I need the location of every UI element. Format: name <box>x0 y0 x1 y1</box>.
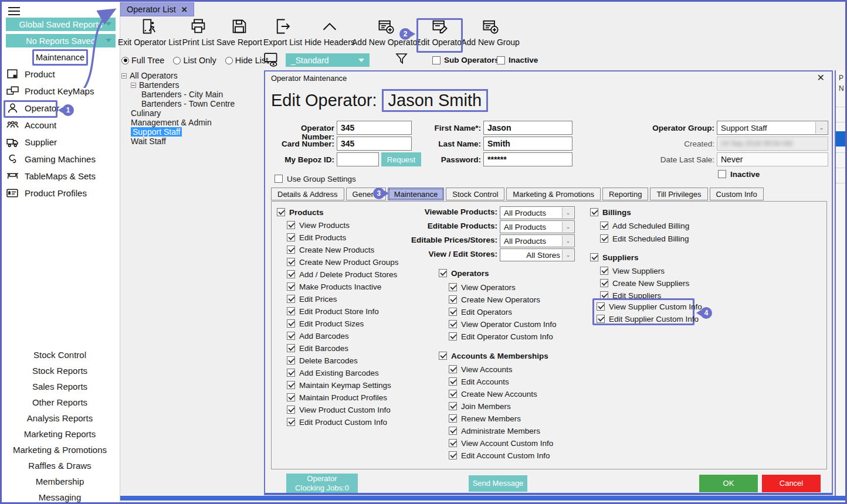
permission-checkbox[interactable]: Edit Prices <box>287 295 399 304</box>
sidebar-bottom-item[interactable]: Stock Control <box>0 347 120 363</box>
operator-clocking-jobs-button[interactable]: Operator Clocking Jobs:0 <box>286 474 358 493</box>
sidebar-item-maintenance[interactable]: Maintenance <box>32 49 88 66</box>
tree-row[interactable]: Bartenders - City Main <box>121 90 262 99</box>
permission-checkbox[interactable]: Edit Barcodes <box>287 344 399 353</box>
suppliers-section-checkbox[interactable]: Suppliers <box>590 253 639 262</box>
permission-checkbox[interactable]: Create New Product Groups <box>287 258 399 267</box>
save-report-button[interactable]: Save Report <box>217 18 262 47</box>
inactive-filter-checkbox[interactable]: Inactive <box>497 56 538 64</box>
password-field[interactable]: ****** <box>483 152 572 166</box>
sidebar-item-account[interactable]: Account <box>6 118 56 132</box>
permission-checkbox[interactable]: Edit Operators <box>449 308 557 316</box>
permission-checkbox[interactable]: Edit Supplier Custom Info <box>597 315 693 323</box>
sidebar-item-product-keymaps[interactable]: Product KeyMaps <box>6 84 94 98</box>
sidebar-bottom-item[interactable]: Raffles & Draws <box>0 458 120 474</box>
permission-checkbox[interactable]: Edit Scheduled Billing <box>600 234 689 243</box>
operators-section-checkbox[interactable]: Operators <box>439 269 489 278</box>
use-group-settings-checkbox[interactable]: Use Group Settings <box>275 175 356 183</box>
sidebar-bottom-item[interactable]: Membership <box>0 474 120 489</box>
sidebar-item-product-profiles[interactable]: Product Profiles <box>6 186 87 200</box>
send-message-button[interactable]: Send Message <box>469 475 527 492</box>
global-saved-reports-dropdown[interactable]: Global Saved Reports <box>6 18 116 31</box>
hide-headers-button[interactable]: Hide Headers <box>306 18 353 47</box>
tree-row-selected[interactable]: Support Staff <box>121 127 262 137</box>
permission-checkbox[interactable]: Join Members <box>449 402 553 411</box>
permission-checkbox[interactable]: Edit Product Custom Info <box>287 418 399 427</box>
radio-hide-list[interactable]: Hide List <box>225 56 268 65</box>
sidebar-item-product[interactable]: Product <box>6 67 55 81</box>
collapse-icon[interactable] <box>121 73 127 79</box>
accounts-section-checkbox[interactable]: Accounts & Memberships <box>439 352 548 360</box>
tab-operator-list[interactable]: Operator List ✕ <box>120 2 194 16</box>
permission-checkbox[interactable]: View Product Custom Info <box>287 406 399 414</box>
exit-operator-list-button[interactable]: Exit Operator List <box>121 18 178 47</box>
tree-row[interactable]: Wait Staff <box>121 137 262 146</box>
close-tab-icon[interactable]: ✕ <box>181 5 188 14</box>
view-edit-stores-dropdown[interactable]: All Stores⌄ <box>500 248 575 261</box>
sidebar-item-gaming-machines[interactable]: Gaming Machines <box>6 152 96 166</box>
editable-prices-stores-dropdown[interactable]: All Products⌄ <box>500 234 575 247</box>
permission-checkbox[interactable]: Create New Suppliers <box>600 279 689 288</box>
tree-row[interactable]: Culinary <box>121 108 262 118</box>
permission-checkbox[interactable]: Administrate Members <box>449 427 553 435</box>
sidebar-bottom-item[interactable]: Messaging <box>0 489 120 504</box>
tab-reporting[interactable]: Reporting <box>602 188 648 200</box>
permission-checkbox[interactable]: Create New Accounts <box>449 390 553 399</box>
first-name-field[interactable]: Jason <box>483 121 572 135</box>
permission-checkbox[interactable]: Edit Product Sizes <box>287 319 399 328</box>
inactive-checkbox[interactable]: Inactive <box>718 170 760 179</box>
permission-checkbox[interactable]: Edit Account Custom Info <box>449 451 553 460</box>
permission-checkbox[interactable]: Add / Delete Product Stores <box>287 270 399 279</box>
export-list-button[interactable]: Export List <box>263 18 303 47</box>
ok-button[interactable]: OK <box>699 475 758 492</box>
billings-section-checkbox[interactable]: Billings <box>590 208 631 217</box>
permission-checkbox[interactable]: View Suppliers <box>600 267 689 275</box>
sidebar-bottom-item[interactable]: Marketing Reports <box>0 426 120 442</box>
radio-full-tree[interactable]: Full Tree <box>121 56 164 65</box>
permission-checkbox[interactable]: Edit Product Store Info <box>287 307 399 316</box>
sub-operators-checkbox[interactable]: Sub Operators <box>432 56 499 64</box>
tab-maintenance[interactable]: Maintenance 3 <box>388 188 444 200</box>
permission-checkbox[interactable]: Edit Operator Custom Info <box>449 332 557 341</box>
sidebar-bottom-item[interactable]: Sales Reports <box>0 379 120 394</box>
permission-checkbox[interactable]: Renew Members <box>449 414 553 423</box>
tree-row[interactable]: Bartenders <box>121 80 262 90</box>
hamburger-menu-icon[interactable] <box>8 7 20 15</box>
permission-checkbox[interactable]: Maintain Product Profiles <box>287 393 399 402</box>
tab-marketing-promotions[interactable]: Marketing & Promotions <box>506 188 601 200</box>
permission-checkbox[interactable]: Delete Barcodes <box>287 356 399 365</box>
sidebar-bottom-item[interactable]: Marketing & Promotions <box>0 442 120 458</box>
permission-checkbox[interactable]: Add Barcodes <box>287 332 399 340</box>
sidebar-item-supplier[interactable]: Supplier <box>6 135 57 149</box>
add-new-group-button[interactable]: Add New Group <box>463 18 517 47</box>
tree-row[interactable]: Management & Admin <box>121 118 262 127</box>
collapse-icon[interactable] <box>131 83 136 88</box>
tab-custom-info[interactable]: Custom Info <box>710 188 764 200</box>
sidebar-bottom-item[interactable]: Stock Reports <box>0 363 120 379</box>
viewable-products-dropdown[interactable]: All Products⌄ <box>500 206 575 219</box>
editable-products-dropdown[interactable]: All Products⌄ <box>500 220 575 233</box>
radio-list-only[interactable]: List Only <box>173 56 216 65</box>
permission-checkbox[interactable]: View Operator Custom Info <box>449 320 557 329</box>
permission-checkbox[interactable]: Add Existing Barcodes <box>287 369 399 377</box>
tree-row[interactable]: Bartenders - Town Centre <box>121 99 262 108</box>
tab-till-privileges[interactable]: Till Privileges <box>650 188 707 200</box>
funnel-icon[interactable] <box>394 52 409 67</box>
monitor-eye-icon[interactable] <box>263 52 280 68</box>
cancel-button[interactable]: Cancel <box>762 475 821 492</box>
last-name-field[interactable]: Smith <box>483 137 572 151</box>
dialog-titlebar[interactable]: Operator Maintenance <box>265 71 832 84</box>
products-section-checkbox[interactable]: Products <box>277 208 324 217</box>
dialog-close-icon[interactable]: ✕ <box>817 73 825 83</box>
permission-checkbox[interactable]: View Accounts <box>449 365 553 374</box>
permission-checkbox[interactable]: Maintain Keymap Settings <box>287 381 399 390</box>
saved-reports-dropdown[interactable]: No Reports Saved <box>6 34 116 47</box>
permission-checkbox[interactable]: Add Scheduled Billing <box>600 222 689 230</box>
permission-checkbox[interactable]: View Supplier Custom Info <box>597 302 693 311</box>
tab-stock-control[interactable]: Stock Control <box>446 188 504 200</box>
view-style-dropdown[interactable]: _Standard <box>286 53 370 67</box>
permission-checkbox[interactable]: Make Products Inactive <box>287 282 399 291</box>
operator-number-field[interactable]: 345 <box>337 121 412 135</box>
tree-row[interactable]: All Operators <box>121 71 262 80</box>
sidebar-item-tablemaps[interactable]: TableMaps & Sets <box>6 169 96 183</box>
